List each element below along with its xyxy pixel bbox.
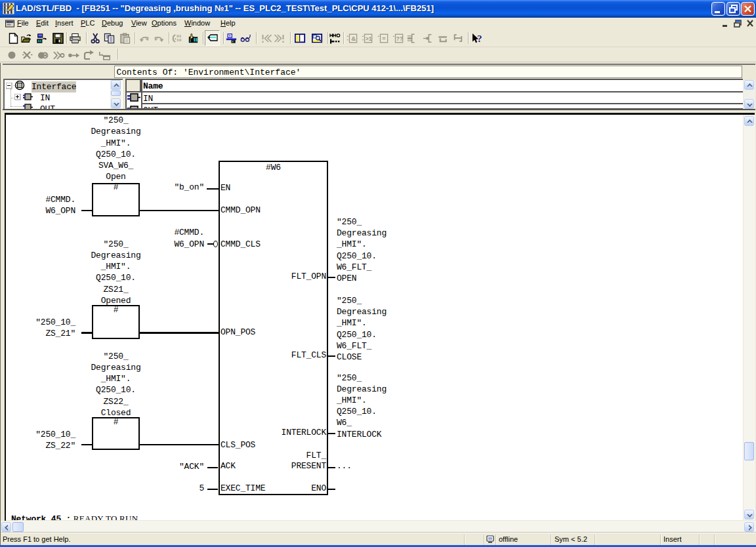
svg-text:=: = <box>382 35 385 42</box>
svg-text:?: ? <box>477 33 482 44</box>
svg-text:??: ?? <box>396 35 403 42</box>
svg-text:&: & <box>351 35 356 42</box>
svg-text:10: 10 <box>177 38 182 43</box>
svg-text:>1: >1 <box>366 35 372 42</box>
